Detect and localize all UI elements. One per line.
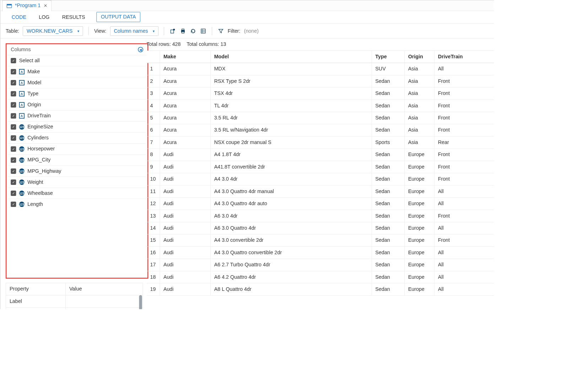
- tab-results[interactable]: RESULTS: [61, 11, 86, 23]
- cell: A6 3.0 4dr: [210, 210, 372, 222]
- table-row[interactable]: 13AudiA6 3.0 4drSedanEuropeFront: [146, 210, 494, 222]
- filter-label: Filter:: [228, 28, 241, 34]
- table-select[interactable]: WORK.NEW_CARS ▾: [23, 26, 83, 36]
- svg-rect-7: [201, 29, 205, 33]
- numeric-type-icon: 123: [19, 202, 25, 207]
- checkbox-icon[interactable]: ✓: [11, 124, 16, 129]
- checkbox-icon[interactable]: ✓: [11, 80, 16, 85]
- checkbox-icon[interactable]: ✓: [11, 158, 16, 163]
- cell: Front: [434, 87, 494, 100]
- cell: All: [434, 63, 494, 75]
- refresh-icon[interactable]: [190, 28, 196, 34]
- column-name: DriveTrain: [27, 113, 50, 119]
- print-icon[interactable]: [180, 28, 186, 34]
- cell: MDX: [210, 63, 372, 75]
- column-row[interactable]: ✓123Wheelbase: [8, 188, 146, 199]
- columns-title: Columns: [11, 47, 31, 53]
- cell: All: [434, 185, 494, 197]
- tab-output-data[interactable]: OUTPUT DATA: [96, 12, 140, 22]
- col-header[interactable]: Type: [372, 50, 404, 63]
- column-row[interactable]: ✓AType: [8, 89, 146, 100]
- table-row[interactable]: 16AudiA4 3.0 Quattro convertible 2drSeda…: [146, 246, 494, 258]
- table-row[interactable]: 10AudiA4 3.0 4drSedanEuropeFront: [146, 173, 494, 185]
- table-row[interactable]: 11AudiA4 3.0 Quattro 4dr manualSedanEuro…: [146, 185, 494, 197]
- checkbox-icon[interactable]: ✓: [11, 102, 16, 107]
- cell: Europe: [404, 271, 434, 283]
- cell: Sedan: [372, 210, 404, 222]
- cell: All: [434, 222, 494, 234]
- filter-icon[interactable]: [217, 28, 224, 34]
- column-name: Weight: [27, 179, 43, 185]
- prop-row: Name: [6, 308, 143, 309]
- prop-scrollbar[interactable]: [139, 295, 142, 309]
- select-all-row[interactable]: ✓Select all: [8, 55, 146, 66]
- table-row[interactable]: 14AudiA6 3.0 Quattro 4drSedanEuropeAll: [146, 222, 494, 234]
- view-select-value: Column names: [114, 28, 148, 34]
- table-row[interactable]: 3AcuraTSX 4drSedanAsiaFront: [146, 87, 494, 100]
- cell: Audi: [160, 271, 210, 283]
- column-name: Cylinders: [27, 135, 49, 141]
- grid-icon[interactable]: [200, 28, 206, 34]
- checkbox-icon[interactable]: ✓: [11, 58, 16, 63]
- checkbox-icon[interactable]: ✓: [11, 113, 16, 118]
- table-row[interactable]: 1AcuraMDXSUVAsiaAll: [146, 63, 494, 75]
- column-row[interactable]: ✓123EngineSize: [8, 122, 146, 133]
- cell: Asia: [404, 63, 434, 75]
- cell: Sedan: [372, 246, 404, 258]
- column-row[interactable]: ✓123MPG_City: [8, 155, 146, 166]
- table-row[interactable]: 6Acura3.5 RL w/Navigation 4drSedanAsiaFr…: [146, 124, 494, 136]
- table-row[interactable]: 19AudiA8 L Quattro 4drSedanEuropeAll: [146, 283, 494, 295]
- doc-tab[interactable]: *Program 1 ✕: [2, 0, 52, 11]
- col-header[interactable]: Make: [160, 50, 210, 63]
- column-row[interactable]: ✓123Length: [8, 199, 146, 209]
- column-row[interactable]: ✓123Cylinders: [8, 133, 146, 144]
- cell: Europe: [404, 259, 434, 271]
- cell: Acura: [160, 124, 210, 136]
- export-icon[interactable]: [169, 28, 176, 34]
- cell: 19: [146, 283, 160, 295]
- table-row[interactable]: 7AcuraNSX coupe 2dr manual SSportsAsiaRe…: [146, 136, 494, 148]
- column-row[interactable]: ✓AModel: [8, 78, 146, 89]
- checkbox-icon[interactable]: ✓: [11, 146, 16, 152]
- table-row[interactable]: 18AudiA6 4.2 Quattro 4drSedanEuropeAll: [146, 271, 494, 283]
- cell: RSX Type S 2dr: [210, 75, 372, 87]
- table-row[interactable]: 15AudiA4 3.0 convertible 2drSedanEuropeF…: [146, 234, 494, 246]
- table-row[interactable]: 17AudiA6 2.7 Turbo Quattro 4drSedanEurop…: [146, 259, 494, 271]
- checkbox-icon[interactable]: ✓: [11, 91, 16, 96]
- column-name: MPG_Highway: [27, 168, 61, 174]
- checkbox-icon[interactable]: ✓: [11, 191, 16, 196]
- col-header[interactable]: Origin: [404, 50, 434, 63]
- table-row[interactable]: 9AudiA41.8T convertible 2drSedanEuropeFr…: [146, 161, 494, 173]
- table-row[interactable]: 8AudiA4 1.8T 4drSedanEuropeFront: [146, 149, 494, 161]
- column-row[interactable]: ✓AOrigin: [8, 100, 146, 111]
- cell: Sedan: [372, 173, 404, 185]
- col-header[interactable]: [146, 50, 160, 63]
- checkbox-icon[interactable]: ✓: [11, 169, 16, 174]
- column-row[interactable]: ✓123Horsepower: [8, 144, 146, 155]
- tab-log[interactable]: LOG: [38, 11, 51, 23]
- tab-code[interactable]: CODE: [10, 11, 27, 23]
- checkbox-icon[interactable]: ✓: [11, 135, 16, 141]
- table-row[interactable]: 4AcuraTL 4drSedanAsiaFront: [146, 100, 494, 112]
- column-row[interactable]: ✓ADriveTrain: [8, 111, 146, 122]
- cell: Asia: [404, 136, 434, 148]
- cell: 15: [146, 234, 160, 246]
- checkbox-icon[interactable]: ✓: [11, 180, 16, 185]
- checkbox-icon[interactable]: ✓: [11, 202, 16, 207]
- column-row[interactable]: ✓123MPG_Highway: [8, 166, 146, 177]
- view-select[interactable]: Column names ▾: [110, 26, 158, 36]
- column-row[interactable]: ✓123Weight: [8, 177, 146, 188]
- table-select-value: WORK.NEW_CARS: [27, 28, 72, 34]
- prop-row: Label: [6, 295, 143, 308]
- collapse-icon[interactable]: ◀: [138, 47, 143, 52]
- table-row[interactable]: 5Acura3.5 RL 4drSedanAsiaFront: [146, 112, 494, 124]
- checkbox-icon[interactable]: ✓: [11, 69, 16, 74]
- cell: Acura: [160, 112, 210, 124]
- close-icon[interactable]: ✕: [44, 3, 47, 8]
- table-row[interactable]: 2AcuraRSX Type S 2drSedanAsiaFront: [146, 75, 494, 87]
- table-row[interactable]: 12AudiA4 3.0 Quattro 4dr autoSedanEurope…: [146, 198, 494, 210]
- col-header[interactable]: Model: [210, 50, 372, 63]
- column-row[interactable]: ✓AMake: [8, 66, 146, 77]
- col-header[interactable]: DriveTrain: [434, 50, 494, 63]
- cell: Acura: [160, 100, 210, 112]
